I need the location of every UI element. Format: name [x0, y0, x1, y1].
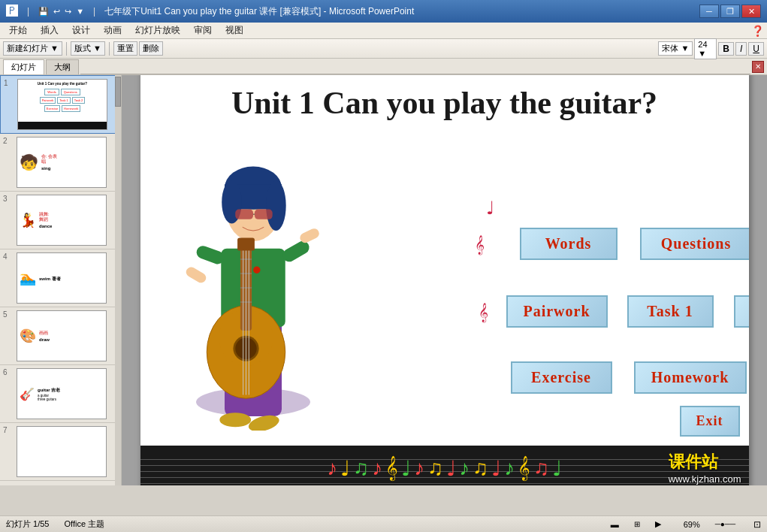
questions-button[interactable]: Questions — [640, 228, 749, 260]
svg-rect-14 — [184, 265, 207, 285]
font-size-select[interactable]: 24 ▼ — [694, 38, 717, 59]
zoom-fit[interactable]: ⊡ — [753, 519, 761, 530]
menu-slideshow[interactable]: 幻灯片放映 — [129, 23, 186, 38]
title-bar-left: 🅿 | 💾 ↩ ↪ ▼ | 七年级下Unit1 Can you play the… — [6, 5, 414, 18]
svg-point-12 — [253, 267, 261, 274]
sidebar: 1 Unit 1 Can you play the guitar? Words … — [0, 75, 122, 485]
slide-preview-6: 🎸 guitar 吉老 a guitar three guitars — [17, 368, 107, 419]
exit-button[interactable]: Exit — [680, 406, 740, 437]
app-icon: 🅿 — [6, 5, 18, 18]
words-button[interactable]: Words — [520, 228, 618, 260]
tab-outline[interactable]: 大纲 — [46, 59, 79, 74]
watermark-chinese: 课件站 — [669, 452, 718, 471]
svg-point-31 — [219, 413, 251, 427]
svg-rect-13 — [195, 244, 226, 266]
slide-title: Unit 1 Can you play the guitar? — [140, 75, 749, 128]
bar-note-6: ♩ — [401, 456, 411, 481]
pairwork-button[interactable]: Pairwork — [506, 295, 608, 328]
bar-note-4: ♪ — [372, 456, 382, 480]
slide-thumb-7[interactable]: 7 — [0, 423, 121, 481]
task2-button[interactable]: Task 2 — [734, 295, 749, 328]
homework-button[interactable]: Homework — [634, 361, 747, 394]
theme-indicator: Office 主题 — [64, 518, 104, 530]
menu-design[interactable]: 设计 — [66, 23, 96, 38]
music-note-3: 𝄞 — [479, 303, 488, 322]
title-bar: 🅿 | 💾 ↩ ↪ ▼ | 七年级下Unit1 Can you play the… — [0, 0, 767, 23]
view-sorter[interactable]: ⊞ — [634, 520, 640, 528]
slide-num-2: 2 — [3, 137, 14, 145]
zoom-level: 69% — [684, 520, 700, 529]
toolbar-btn-1[interactable]: 新建幻灯片 ▼ — [3, 41, 62, 56]
bar-note-12: ♩ — [491, 456, 501, 481]
underline-btn[interactable]: U — [748, 42, 764, 56]
slide-thumb-5[interactable]: 5 🎨 画画 draw — [0, 307, 121, 365]
bar-note-3: ♫ — [353, 456, 369, 480]
bar-note-7: ♪ — [414, 456, 424, 480]
tab-slides[interactable]: 幻灯片 — [3, 59, 44, 74]
menu-animation[interactable]: 动画 — [98, 23, 128, 38]
toolbar-divider-1 — [66, 42, 67, 56]
guitar-player-image — [171, 145, 336, 431]
menu-insert[interactable]: 插入 — [35, 23, 65, 38]
bar-note-16: ♩ — [552, 456, 562, 481]
menu-view[interactable]: 视图 — [219, 23, 249, 38]
bar-note-11: ♫ — [473, 456, 488, 480]
sidebar-close-btn[interactable]: ✕ — [752, 61, 764, 73]
restore-button[interactable]: ❐ — [720, 5, 740, 18]
layout-btn[interactable]: 版式 ▼ — [71, 41, 105, 56]
slide-thumb-4[interactable]: 4 🏊 swim 著者 — [0, 249, 121, 307]
watermark-url: www.kjzhan.com — [669, 473, 741, 485]
svg-rect-9 — [254, 210, 272, 219]
music-note-2: 𝄞 — [475, 235, 485, 255]
bar-note-5: 𝄞 — [385, 456, 398, 481]
zoom-slider[interactable]: ─●── — [715, 520, 735, 528]
toolbar: 新建幻灯片 ▼ 版式 ▼ 重置 删除 宋体 ▼ 24 ▼ B I U — [0, 39, 767, 59]
slide-canvas: Unit 1 Can you play the guitar? — [140, 75, 749, 485]
slide-num-5: 5 — [3, 310, 14, 319]
svg-rect-8 — [235, 210, 253, 219]
main-area: 1 Unit 1 Can you play the guitar? Words … — [0, 75, 767, 485]
bold-btn[interactable]: B — [718, 42, 734, 56]
quick-access: 💾 ↩ ↪ ▼ — [38, 7, 84, 17]
title-bar-controls: ─ ❐ ✕ — [699, 5, 761, 18]
bar-note-2: ♩ — [340, 456, 350, 481]
slide-preview-4: 🏊 swim 著者 — [17, 252, 107, 304]
status-bar: 幻灯片 1/55 Office 主题 ▬ ⊞ ▶ 69% ─●── ⊡ — [0, 515, 767, 532]
bar-note-8: ♫ — [427, 456, 443, 480]
italic-btn[interactable]: I — [735, 42, 747, 56]
tabs-strip: 幻灯片 大纲 ✕ — [0, 59, 767, 75]
close-button[interactable]: ✕ — [741, 5, 761, 18]
menu-start[interactable]: 开始 — [3, 23, 33, 38]
bar-note-14: 𝄞 — [518, 456, 530, 481]
bar-note-9: ♩ — [446, 456, 456, 481]
slide-thumb-3[interactable]: 3 💃 跳舞: 舞蹈 dance — [0, 192, 121, 249]
help-icon[interactable]: ❓ — [751, 25, 764, 37]
minimize-button[interactable]: ─ — [699, 5, 719, 18]
slide-preview-7 — [17, 426, 107, 477]
toolbar-divider-2 — [109, 42, 110, 56]
svg-point-7 — [266, 181, 286, 231]
task1-button[interactable]: Task 1 — [627, 295, 714, 328]
slide-preview-5: 🎨 画画 draw — [17, 310, 107, 361]
slide-num-7: 7 — [3, 426, 14, 434]
slide-thumb-6[interactable]: 6 🎸 guitar 吉老 a guitar three guitars — [0, 365, 121, 423]
bar-note-1: ♪ — [327, 456, 337, 480]
music-bar: ♪ ♩ ♫ ♪ 𝄞 ♩ ♪ ♫ ♩ ♪ ♫ ♩ ♪ 𝄞 ♫ ♩ — [140, 446, 749, 485]
sidebar-scrollbar[interactable] — [115, 75, 121, 485]
reset-btn[interactable]: 重置 — [113, 41, 137, 56]
font-select[interactable]: 宋体 ▼ — [658, 41, 693, 56]
menu-review[interactable]: 审阅 — [188, 23, 218, 38]
slide-thumb-2[interactable]: 2 🧒 会: 会表 唱 sing — [0, 134, 121, 192]
exercise-button[interactable]: Exercise — [511, 361, 612, 394]
bar-note-13: ♪ — [504, 456, 515, 480]
slide-num-4: 4 — [3, 252, 14, 261]
slide-count: 幻灯片 1/55 — [6, 518, 49, 530]
slide-thumb-1[interactable]: 1 Unit 1 Can you play the guitar? Words … — [0, 75, 121, 134]
window-title: 七年级下Unit1 Can you play the guitar 课件 [兼容… — [104, 5, 414, 18]
delete-btn[interactable]: 删除 — [139, 41, 163, 56]
watermark: 课件站 www.kjzhan.com — [669, 451, 741, 485]
view-slideshow[interactable]: ▶ — [655, 519, 661, 529]
slide-num-6: 6 — [3, 368, 14, 376]
slide-preview-1: Unit 1 Can you play the guitar? Words Qu… — [17, 79, 107, 130]
view-normal[interactable]: ▬ — [611, 520, 619, 529]
